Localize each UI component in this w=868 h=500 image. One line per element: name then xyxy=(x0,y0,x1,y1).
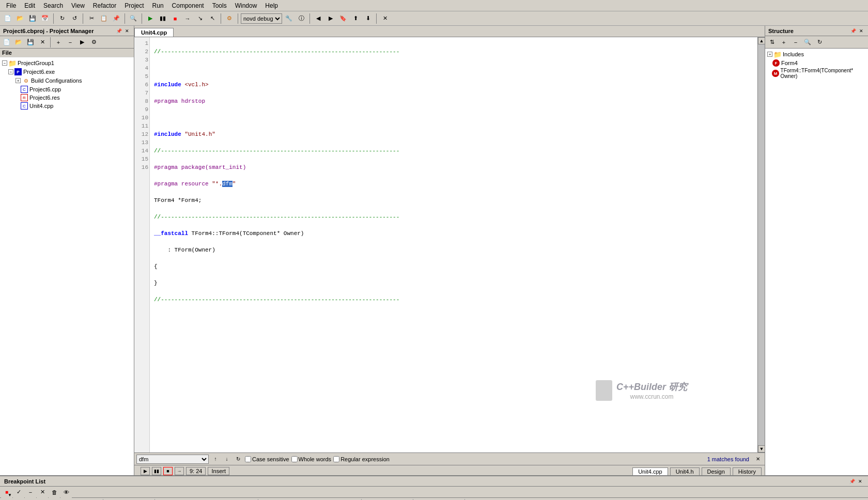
fwd-btn[interactable]: ▶ xyxy=(325,13,336,24)
stop-mini-btn[interactable]: ■ xyxy=(163,467,173,475)
struct-includes[interactable]: + 📁 Includes xyxy=(766,50,867,59)
stop-btn[interactable]: ■ xyxy=(169,13,181,24)
prev-bookmark-btn[interactable]: ⬆ xyxy=(350,13,361,24)
regex-check[interactable]: Regular expression xyxy=(333,456,390,462)
menu-help[interactable]: Help xyxy=(261,1,282,10)
bp-add-btn[interactable]: ■ ▼ xyxy=(1,487,12,498)
redo-btn[interactable]: ↺ xyxy=(69,13,80,24)
paste-btn[interactable]: 📌 xyxy=(111,13,122,24)
regex-input[interactable] xyxy=(333,456,339,462)
step-out-btn[interactable]: ↖ xyxy=(207,13,218,24)
step-mini-btn[interactable]: → xyxy=(175,467,184,475)
expand-includes-btn[interactable]: + xyxy=(767,52,772,57)
find-next-btn[interactable]: ↓ xyxy=(222,455,231,464)
find-panel-close-btn[interactable]: ✕ xyxy=(753,455,763,464)
scroll-down-btn[interactable]: ▼ xyxy=(758,445,765,452)
find-prev-btn[interactable]: ↑ xyxy=(211,455,220,464)
pm-pin-btn[interactable]: 📌 xyxy=(115,27,122,35)
scroll-up-btn[interactable]: ▲ xyxy=(758,37,765,44)
editor-scrollbar[interactable]: ▲ ▼ xyxy=(757,37,765,452)
bp-view-btn[interactable]: 👁 xyxy=(60,487,72,498)
new-btn[interactable]: 📄 xyxy=(2,13,13,24)
config-btn[interactable]: 🔧 xyxy=(283,13,295,24)
struct-expand-btn[interactable]: + xyxy=(778,37,789,48)
struct-sort-btn[interactable]: ⇅ xyxy=(766,37,778,48)
tree-file-project6res[interactable]: R Project6.res xyxy=(1,93,133,102)
clear-btn[interactable]: ✕ xyxy=(379,13,391,24)
bp-enable-btn[interactable]: ✓ xyxy=(13,487,24,498)
bp-disable-btn[interactable]: − xyxy=(25,487,36,498)
menu-view[interactable]: View xyxy=(67,1,89,10)
add-file-btn[interactable]: + xyxy=(53,37,64,48)
tree-project[interactable]: − P Project6.exe xyxy=(1,68,133,76)
save-all-btn[interactable]: 📅 xyxy=(39,13,51,24)
new-proj-btn[interactable]: 📄 xyxy=(1,37,12,48)
code-editor[interactable]: //--------------------------------------… xyxy=(150,37,757,452)
struct-pin-btn[interactable]: 📌 xyxy=(849,27,857,35)
run-mini-btn[interactable]: ▶ xyxy=(141,467,150,475)
bp-delete-all-btn[interactable]: 🗑 xyxy=(49,487,60,498)
tree-build-config[interactable]: + ⚙ Build Configurations xyxy=(1,76,133,85)
debug-config-dropdown[interactable]: novd debug xyxy=(241,13,282,24)
menu-refactor[interactable]: Refactor xyxy=(89,1,120,10)
back-btn[interactable]: ◀ xyxy=(313,13,324,24)
struct-constructor[interactable]: M TForm4::TForm4(TComponent* Owner) xyxy=(766,67,867,80)
struct-filter-btn[interactable]: 🔍 xyxy=(802,37,813,48)
scroll-thumb[interactable] xyxy=(758,44,765,445)
bp-close-btn[interactable]: ✕ xyxy=(857,478,864,485)
tree-file-project6cpp[interactable]: C Project6.cpp xyxy=(1,85,133,93)
bottom-tab-unit4h[interactable]: Unit4.h xyxy=(670,467,700,475)
bottom-tab-history[interactable]: History xyxy=(733,467,762,475)
expand-build-btn[interactable]: + xyxy=(16,78,21,83)
tree-project-group[interactable]: − 📁 ProjectGroup1 xyxy=(1,58,133,68)
whole-words-check[interactable]: Whole words xyxy=(291,456,332,462)
save-btn[interactable]: 💾 xyxy=(27,13,38,24)
open-proj-btn[interactable]: 📂 xyxy=(13,37,24,48)
copy-btn[interactable]: 📋 xyxy=(98,13,110,24)
expand-project-btn[interactable]: − xyxy=(8,69,13,74)
expand-group-btn[interactable]: − xyxy=(2,60,7,66)
pm-close-btn[interactable]: ✕ xyxy=(123,27,131,35)
struct-refresh-btn[interactable]: ↻ xyxy=(814,37,825,48)
pause-mini-btn[interactable]: ▮▮ xyxy=(152,467,161,475)
bp-pin-btn[interactable]: 📌 xyxy=(848,478,856,485)
struct-form4[interactable]: F Form4 xyxy=(766,59,867,67)
search-btn[interactable]: 🔍 xyxy=(128,13,139,24)
menu-project[interactable]: Project xyxy=(120,1,148,10)
close-proj-btn[interactable]: ✕ xyxy=(37,37,48,48)
whole-words-input[interactable] xyxy=(291,456,298,462)
build-proj-btn[interactable]: ▶ xyxy=(76,37,88,48)
find-dropdown[interactable]: dfm xyxy=(136,455,209,464)
bookmark-btn[interactable]: 🔖 xyxy=(337,13,349,24)
menu-run[interactable]: Run xyxy=(148,1,168,10)
struct-close-btn[interactable]: ✕ xyxy=(858,27,865,35)
case-sensitive-check[interactable]: Case sensitive xyxy=(245,456,289,462)
build-btn[interactable]: ⚙ xyxy=(224,13,235,24)
find-close-btn[interactable]: ↻ xyxy=(234,455,243,464)
info-btn[interactable]: ⓘ xyxy=(296,13,307,24)
bottom-tab-design[interactable]: Design xyxy=(702,467,731,475)
editor-tab-unit4cpp[interactable]: Unit4.cpp xyxy=(134,28,174,37)
proj-options-btn[interactable]: ⚙ xyxy=(88,37,100,48)
pause-btn[interactable]: ▮▮ xyxy=(157,13,168,24)
case-sensitive-input[interactable] xyxy=(245,456,251,462)
next-bookmark-btn[interactable]: ⬇ xyxy=(362,13,374,24)
remove-file-btn[interactable]: − xyxy=(65,37,76,48)
menu-edit[interactable]: Edit xyxy=(20,1,39,10)
tree-file-unit4cpp[interactable]: C Unit4.cpp xyxy=(1,102,133,110)
menu-tools[interactable]: Tools xyxy=(208,1,231,10)
struct-collapse-btn[interactable]: − xyxy=(790,37,801,48)
bottom-tab-unit4cpp[interactable]: Unit4.cpp xyxy=(632,467,668,475)
save-proj-btn[interactable]: 💾 xyxy=(25,37,36,48)
bp-delete-btn[interactable]: ✕ xyxy=(37,487,48,498)
menu-file[interactable]: File xyxy=(2,1,20,10)
step-over-btn[interactable]: → xyxy=(182,13,193,24)
menu-search[interactable]: Search xyxy=(39,1,67,10)
menu-window[interactable]: Window xyxy=(231,1,261,10)
run-btn[interactable]: ▶ xyxy=(145,13,156,24)
cut-btn[interactable]: ✂ xyxy=(86,13,97,24)
menu-component[interactable]: Component xyxy=(168,1,208,10)
open-btn[interactable]: 📂 xyxy=(14,13,26,24)
undo-btn[interactable]: ↻ xyxy=(56,13,68,24)
step-into-btn[interactable]: ↘ xyxy=(194,13,206,24)
